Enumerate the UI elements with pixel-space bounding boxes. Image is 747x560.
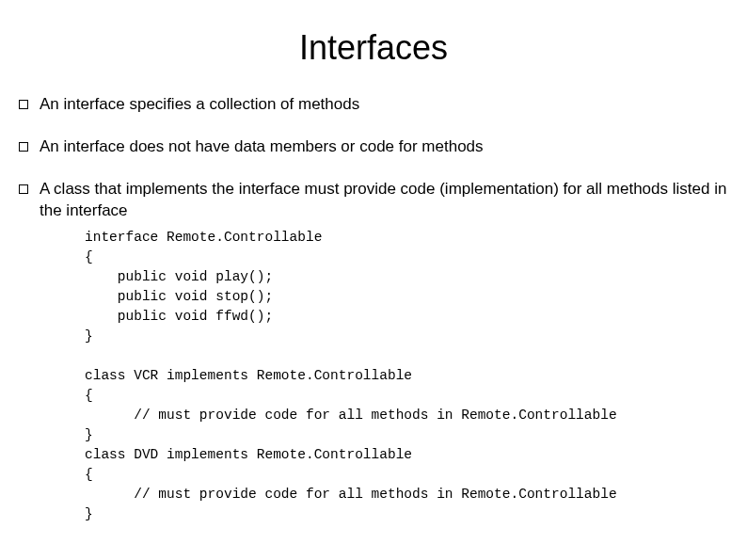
code-block: interface Remote.Controllable { public v… <box>85 228 728 524</box>
bullet-item: An interface specifies a collection of m… <box>19 94 728 116</box>
bullet-item: An interface does not have data members … <box>19 136 728 158</box>
bullet-item: A class that implements the interface mu… <box>19 179 728 222</box>
bullet-text: A class that implements the interface mu… <box>40 179 728 222</box>
slide-content: Interfaces An interface specifies a coll… <box>0 0 747 524</box>
page-title: Interfaces <box>19 28 728 68</box>
square-bullet-icon <box>19 100 28 109</box>
square-bullet-icon <box>19 142 28 152</box>
square-bullet-icon <box>19 184 28 194</box>
bullet-text: An interface specifies a collection of m… <box>40 94 359 116</box>
bullet-text: An interface does not have data members … <box>40 136 484 158</box>
